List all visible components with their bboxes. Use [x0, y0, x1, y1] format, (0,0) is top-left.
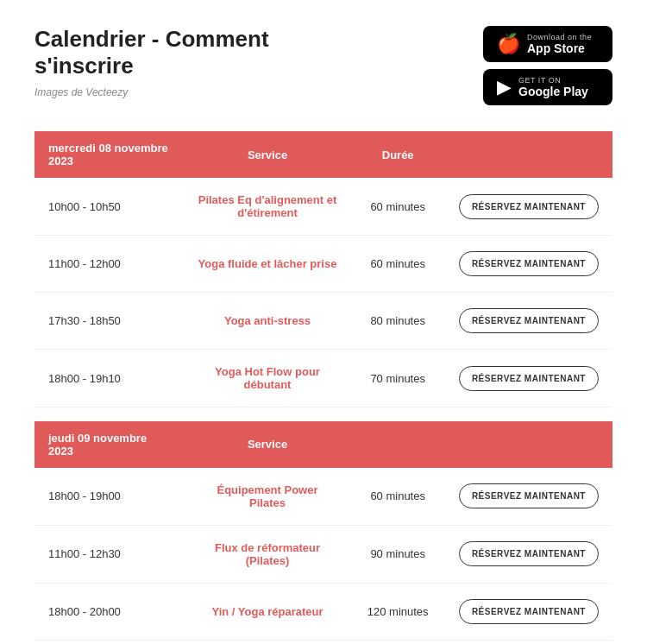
app-store-main-line: App Store [527, 41, 592, 55]
google-play-main-line: Google Play [518, 85, 588, 98]
header-title-block: Calendrier - Comment s'inscrire Images d… [35, 26, 269, 98]
reserve-button[interactable]: RÉSERVEZ MAINTENANT [459, 599, 599, 624]
app-store-text: Download on the App Store [527, 33, 592, 55]
reserve-button[interactable]: RÉSERVEZ MAINTENANT [459, 366, 599, 391]
duration-cell: 120 minutes [350, 583, 444, 640]
section-service-label: Service [185, 421, 351, 468]
duration-cell: 90 minutes [350, 525, 444, 583]
page-header: Calendrier - Comment s'inscrire Images d… [35, 26, 612, 105]
section-date: mercredi 08 novembre 2023 [35, 131, 185, 178]
section-spacer [35, 407, 612, 421]
apple-icon: 🍎 [497, 33, 520, 55]
google-play-badge[interactable]: ▶ GET IT ON Google Play [483, 69, 612, 105]
section-header-0: mercredi 08 novembre 2023 Service Durée [35, 131, 612, 178]
action-cell: RÉSERVEZ MAINTENANT [445, 525, 612, 583]
section-header-1: jeudi 09 novembre 2023 Service [35, 421, 612, 468]
reserve-button[interactable]: RÉSERVEZ MAINTENANT [459, 308, 599, 333]
table-row: 17h30 - 18h50 Yoga anti-stress 80 minute… [35, 293, 612, 350]
time-cell: 11h00 - 12h30 [35, 525, 185, 583]
duration-cell: 60 minutes [350, 468, 444, 526]
schedule-table: mercredi 08 novembre 2023 Service Durée … [35, 131, 612, 641]
section-action-col [445, 131, 612, 178]
service-cell: Yoga fluide et lâcher prise [185, 236, 351, 293]
duration-cell: 60 minutes [350, 178, 444, 236]
reserve-button[interactable]: RÉSERVEZ MAINTENANT [459, 541, 599, 566]
table-row: 10h00 - 10h50 Pilates Eq d'alignement et… [35, 178, 612, 236]
service-cell: Équipement Power Pilates [185, 468, 351, 526]
table-row: 11h00 - 12h30 Flux de réformateur (Pilat… [35, 525, 612, 583]
action-cell: RÉSERVEZ MAINTENANT [445, 583, 612, 640]
google-play-text: GET IT ON Google Play [518, 76, 588, 98]
reserve-button[interactable]: RÉSERVEZ MAINTENANT [459, 194, 599, 219]
time-cell: 18h00 - 19h00 [35, 468, 185, 526]
reserve-button[interactable]: RÉSERVEZ MAINTENANT [459, 483, 599, 508]
action-cell: RÉSERVEZ MAINTENANT [445, 468, 612, 526]
reserve-button[interactable]: RÉSERVEZ MAINTENANT [459, 251, 599, 276]
table-row: 18h00 - 20h00 Yin / Yoga réparateur 120 … [35, 583, 612, 640]
service-cell: Yoga Hot Flow pour débutant [185, 350, 351, 407]
table-row: 18h00 - 19h10 Yoga Hot Flow pour débutan… [35, 350, 612, 407]
service-cell: Pilates Eq d'alignement et d'étirement [185, 178, 351, 236]
duration-cell: 60 minutes [350, 236, 444, 293]
section-service-label: Service [185, 131, 351, 178]
action-cell: RÉSERVEZ MAINTENANT [445, 178, 612, 236]
time-cell: 11h00 - 12h00 [35, 236, 185, 293]
table-row: 11h00 - 12h00 Yoga fluide et lâcher pris… [35, 236, 612, 293]
service-cell: Yoga anti-stress [185, 293, 351, 350]
time-cell: 10h00 - 10h50 [35, 178, 185, 236]
action-cell: RÉSERVEZ MAINTENANT [445, 293, 612, 350]
time-cell: 17h30 - 18h50 [35, 293, 185, 350]
duration-cell: 70 minutes [350, 350, 444, 407]
time-cell: 18h00 - 20h00 [35, 583, 185, 640]
table-row: 18h00 - 19h00 Équipement Power Pilates 6… [35, 468, 612, 526]
action-cell: RÉSERVEZ MAINTENANT [445, 236, 612, 293]
service-cell: Yin / Yoga réparateur [185, 583, 351, 640]
section-duration-label [350, 421, 444, 468]
service-cell: Flux de réformateur (Pilates) [185, 525, 351, 583]
store-badges: 🍎 Download on the App Store ▶ GET IT ON … [483, 26, 612, 105]
action-cell: RÉSERVEZ MAINTENANT [445, 350, 612, 407]
duration-cell: 80 minutes [350, 293, 444, 350]
app-store-badge[interactable]: 🍎 Download on the App Store [483, 26, 612, 62]
section-date: jeudi 09 novembre 2023 [35, 421, 185, 468]
section-duration-label: Durée [350, 131, 444, 178]
app-store-top-line: Download on the [527, 33, 592, 41]
page-title: Calendrier - Comment s'inscrire [35, 26, 269, 79]
subtitle-text: Images de Vecteezy [35, 86, 269, 98]
google-play-top-line: GET IT ON [518, 76, 588, 85]
time-cell: 18h00 - 19h10 [35, 350, 185, 407]
google-play-icon: ▶ [497, 76, 512, 98]
section-action-col [445, 421, 612, 468]
